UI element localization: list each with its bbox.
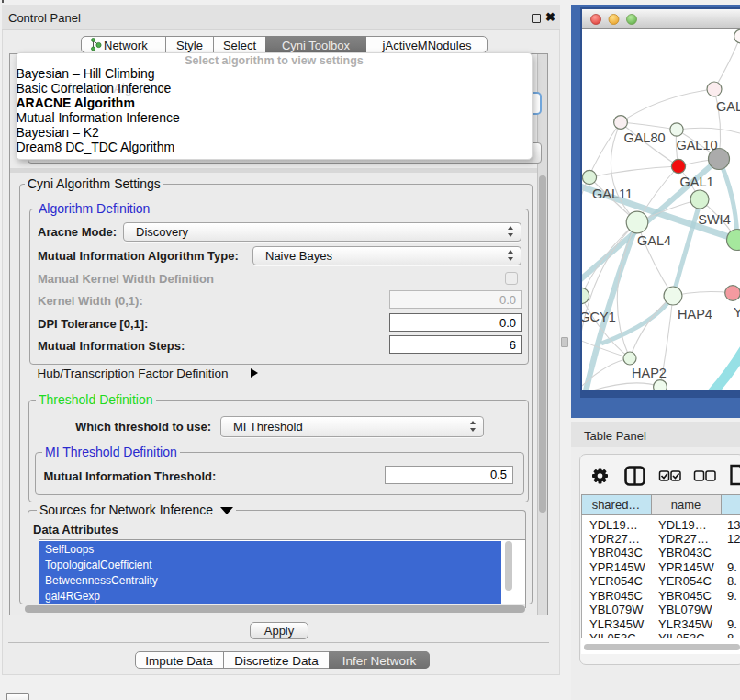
- svg-text:GAL1: GAL1: [679, 175, 713, 189]
- svg-text:GAL11: GAL11: [592, 186, 633, 201]
- svg-text:GAL4: GAL4: [637, 233, 671, 248]
- svg-text:GCY1: GCY1: [582, 310, 616, 324]
- svg-text:HAP4: HAP4: [678, 307, 712, 322]
- svg-text:SWI4: SWI4: [698, 212, 730, 227]
- svg-text:YJ: YJ: [734, 305, 740, 320]
- svg-text:GAL10: GAL10: [676, 138, 717, 152]
- svg-text:GAL7: GAL7: [716, 99, 740, 114]
- svg-text:GAL80: GAL80: [623, 130, 665, 145]
- svg-text:HAP2: HAP2: [632, 366, 667, 380]
